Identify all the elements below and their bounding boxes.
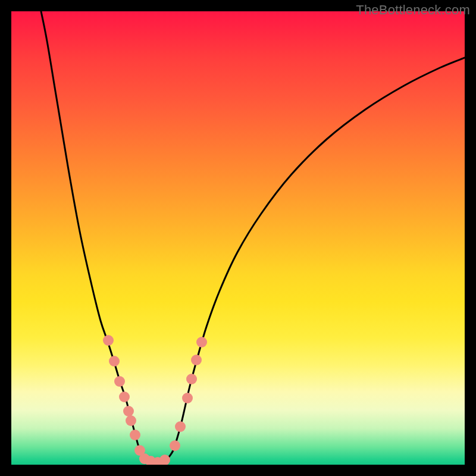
data-point-marker bbox=[130, 430, 140, 440]
data-point-marker bbox=[191, 355, 202, 365]
chart-area bbox=[11, 11, 465, 465]
data-point-marker bbox=[182, 393, 193, 403]
chart-svg bbox=[11, 11, 465, 465]
data-point-marker bbox=[103, 335, 114, 346]
data-point-marker bbox=[123, 406, 134, 416]
bottleneck-curve bbox=[41, 11, 465, 462]
data-point-marker bbox=[119, 392, 130, 402]
data-point-marker bbox=[114, 376, 125, 387]
data-point-marker bbox=[170, 440, 180, 451]
data-point-marker bbox=[126, 415, 136, 426]
data-point-marker bbox=[175, 421, 186, 432]
data-point-marker bbox=[186, 374, 197, 384]
watermark-text: TheBottleneck.com bbox=[356, 2, 470, 18]
data-point-marker bbox=[196, 337, 207, 347]
data-point-marker bbox=[109, 356, 120, 367]
